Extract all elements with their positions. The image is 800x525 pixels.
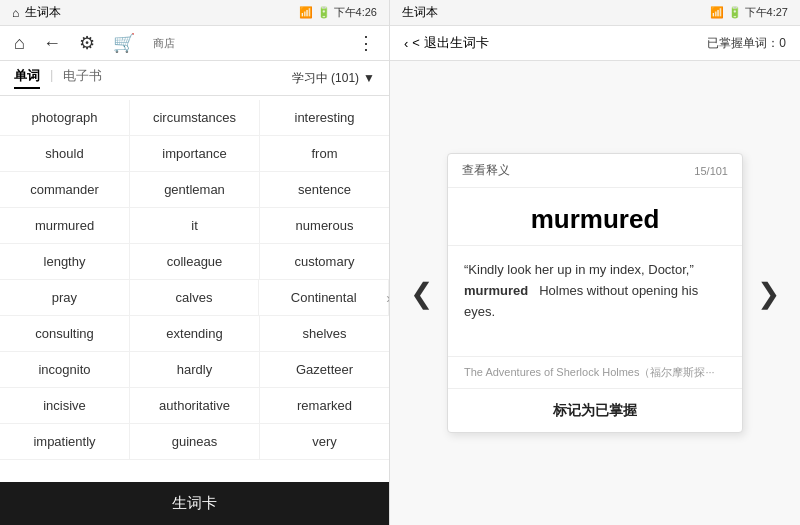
right-wifi-icon: 📶: [710, 6, 724, 18]
right-battery-icon: 🔋: [728, 6, 742, 18]
home-icon: ⌂: [12, 6, 19, 20]
word-cell[interactable]: colleague: [130, 244, 260, 279]
tab-bar-right[interactable]: 学习中 (101) ▼: [292, 70, 375, 87]
word-cell[interactable]: from: [260, 136, 389, 171]
back-label: < 退出生词卡: [412, 34, 488, 52]
expand-arrow-icon[interactable]: ›: [386, 290, 389, 306]
right-app-name: 生词本: [402, 4, 438, 21]
back-nav-icon[interactable]: ←: [43, 33, 61, 54]
word-cell[interactable]: commander: [0, 172, 130, 207]
right-status-right: 📶 🔋 下午4:27: [710, 5, 788, 20]
word-row: incognitohardlyGazetteer: [0, 352, 389, 388]
word-cell[interactable]: sentence: [260, 172, 389, 207]
left-status-right: 📶 🔋 下午4:26: [299, 5, 377, 20]
sentence-start: “Kindly look her up in my index, Doctor,…: [464, 262, 694, 277]
word-row: commandergentlemansentence: [0, 172, 389, 208]
word-cell[interactable]: shelves: [260, 316, 389, 351]
tab-ebooks[interactable]: 电子书: [63, 67, 102, 89]
shop-nav-icon[interactable]: 🛒: [113, 32, 135, 54]
word-cell[interactable]: Continental: [259, 280, 389, 315]
right-status-bar: 生词本 📶 🔋 下午4:27: [390, 0, 800, 26]
word-cell[interactable]: it: [130, 208, 260, 243]
card-word: murmured: [448, 188, 742, 246]
word-cell[interactable]: photograph: [0, 100, 130, 135]
word-cell[interactable]: should: [0, 136, 130, 171]
word-cell[interactable]: importance: [130, 136, 260, 171]
word-cell[interactable]: Gazetteer: [260, 352, 389, 387]
left-tab-bar: 单词 | 电子书 学习中 (101) ▼: [0, 61, 389, 96]
word-row: photographcircumstancesinteresting: [0, 100, 389, 136]
word-cell[interactable]: extending: [130, 316, 260, 351]
word-row: lengthycolleaguecustomary: [0, 244, 389, 280]
home-nav-icon[interactable]: ⌂: [14, 33, 25, 54]
settings-nav-icon[interactable]: ⚙: [79, 32, 95, 54]
left-status-left: ⌂ 生词本: [12, 4, 61, 21]
tab-words[interactable]: 单词: [14, 67, 40, 89]
mark-mastered-btn[interactable]: 标记为已掌握: [553, 402, 637, 420]
prev-card-btn[interactable]: ❮: [400, 267, 443, 320]
left-battery-icon: 🔋: [317, 6, 331, 18]
dropdown-icon: ▼: [363, 71, 375, 85]
back-to-list-btn[interactable]: ‹ < 退出生词卡: [404, 34, 489, 52]
word-cell[interactable]: very: [260, 424, 389, 459]
card-source: The Adventures of Sherlock Holmes（福尔摩斯探·…: [448, 356, 742, 388]
card-body: “Kindly look her up in my index, Doctor,…: [448, 246, 742, 356]
sentence-word: murmured: [464, 283, 528, 298]
word-cell[interactable]: interesting: [260, 100, 389, 135]
word-cell[interactable]: pray: [0, 280, 130, 315]
word-cell[interactable]: customary: [260, 244, 389, 279]
word-cell[interactable]: numerous: [260, 208, 389, 243]
mastered-count: 已掌握单词：0: [707, 35, 786, 52]
word-cell[interactable]: incognito: [0, 352, 130, 387]
bottom-flashcard-btn[interactable]: 生词卡: [0, 482, 389, 525]
word-cell[interactable]: gentleman: [130, 172, 260, 207]
right-panel: 生词本 📶 🔋 下午4:27 ‹ < 退出生词卡 已掌握单词：0 ❮ 查看释义 …: [390, 0, 800, 525]
word-cell[interactable]: murmured: [0, 208, 130, 243]
word-grid: photographcircumstancesinterestingshould…: [0, 96, 389, 482]
card-footer: 标记为已掌握: [448, 388, 742, 432]
flashcard: 查看释义 15/101 murmured “Kindly look her up…: [447, 153, 743, 433]
word-cell[interactable]: guineas: [130, 424, 260, 459]
card-progress: 15/101: [694, 165, 728, 177]
word-cell[interactable]: remarked: [260, 388, 389, 423]
studying-label: 学习中 (101): [292, 70, 359, 87]
word-cell[interactable]: consulting: [0, 316, 130, 351]
word-cell[interactable]: calves: [130, 280, 260, 315]
left-nav-bar: ⌂ ← ⚙ 🛒 商店 ⋮: [0, 26, 389, 61]
left-app-name: 生词本: [25, 4, 61, 21]
left-time: 下午4:26: [334, 6, 377, 18]
right-time: 下午4:27: [745, 6, 788, 18]
word-cell[interactable]: circumstances: [130, 100, 260, 135]
more-nav-icon[interactable]: ⋮: [357, 32, 375, 54]
word-row: praycalvesContinental›: [0, 280, 389, 316]
word-row: shouldimportancefrom: [0, 136, 389, 172]
next-card-btn[interactable]: ❯: [747, 267, 790, 320]
left-nav-icons: ⌂ ← ⚙ 🛒 商店: [14, 32, 175, 54]
word-row: consultingextendingshelves: [0, 316, 389, 352]
left-wifi-icon: 📶: [299, 6, 313, 18]
tab-bar-left: 单词 | 电子书: [14, 67, 102, 89]
flashcard-area: ❮ 查看释义 15/101 murmured “Kindly look her …: [390, 61, 800, 525]
shop-label: 商店: [153, 36, 175, 51]
left-status-bar: ⌂ 生词本 📶 🔋 下午4:26: [0, 0, 389, 26]
view-definition-btn[interactable]: 查看释义: [462, 162, 510, 179]
word-cell[interactable]: incisive: [0, 388, 130, 423]
word-cell[interactable]: lengthy: [0, 244, 130, 279]
word-cell[interactable]: hardly: [130, 352, 260, 387]
left-panel: ⌂ 生词本 📶 🔋 下午4:26 ⌂ ← ⚙ 🛒 商店 ⋮ 单词 | 电子书 学…: [0, 0, 390, 525]
word-cell[interactable]: authoritative: [130, 388, 260, 423]
word-row: impatientlyguineasvery: [0, 424, 389, 460]
card-header: 查看释义 15/101: [448, 154, 742, 188]
word-cell[interactable]: impatiently: [0, 424, 130, 459]
right-nav: ‹ < 退出生词卡 已掌握单词：0: [390, 26, 800, 61]
back-arrow-icon: ‹: [404, 36, 408, 51]
word-row: incisiveauthoritativeremarked: [0, 388, 389, 424]
word-row: murmureditnumerous: [0, 208, 389, 244]
